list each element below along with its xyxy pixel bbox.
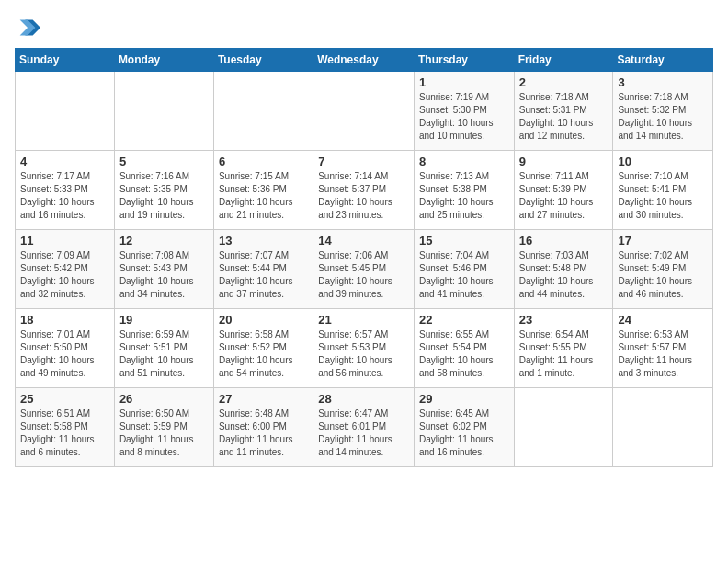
day-cell: 6Sunrise: 7:15 AM Sunset: 5:36 PM Daylig…	[213, 151, 313, 230]
day-info: Sunrise: 7:15 AM Sunset: 5:36 PM Dayligh…	[219, 170, 308, 222]
day-cell: 11Sunrise: 7:09 AM Sunset: 5:42 PM Dayli…	[16, 230, 115, 309]
day-number: 20	[219, 313, 308, 327]
day-number: 15	[419, 234, 509, 247]
day-number: 16	[519, 234, 609, 247]
header-saturday: Saturday	[613, 49, 713, 72]
day-cell: 10Sunrise: 7:10 AM Sunset: 5:41 PM Dayli…	[613, 151, 713, 230]
header-sunday: Sunday	[16, 49, 115, 72]
day-number: 12	[119, 234, 209, 247]
day-info: Sunrise: 7:19 AM Sunset: 5:30 PM Dayligh…	[419, 91, 509, 143]
day-cell	[16, 72, 115, 151]
week-row-3: 11Sunrise: 7:09 AM Sunset: 5:42 PM Dayli…	[16, 230, 713, 309]
day-number: 13	[219, 234, 308, 247]
calendar-header-row: SundayMondayTuesdayWednesdayThursdayFrid…	[16, 49, 713, 72]
day-info: Sunrise: 7:01 AM Sunset: 5:50 PM Dayligh…	[20, 328, 109, 380]
day-cell: 14Sunrise: 7:06 AM Sunset: 5:45 PM Dayli…	[313, 230, 415, 309]
day-cell: 24Sunrise: 6:53 AM Sunset: 5:57 PM Dayli…	[613, 309, 713, 388]
day-cell: 27Sunrise: 6:48 AM Sunset: 6:00 PM Dayli…	[213, 388, 313, 467]
day-number: 3	[618, 75, 708, 89]
day-info: Sunrise: 6:58 AM Sunset: 5:52 PM Dayligh…	[219, 328, 308, 380]
day-info: Sunrise: 7:04 AM Sunset: 5:46 PM Dayligh…	[419, 249, 509, 301]
day-number: 10	[618, 155, 708, 168]
day-cell: 28Sunrise: 6:47 AM Sunset: 6:01 PM Dayli…	[313, 388, 415, 467]
day-cell: 16Sunrise: 7:03 AM Sunset: 5:48 PM Dayli…	[514, 230, 613, 309]
day-info: Sunrise: 7:07 AM Sunset: 5:44 PM Dayligh…	[219, 249, 308, 301]
day-number: 14	[318, 234, 409, 247]
header-tuesday: Tuesday	[213, 49, 313, 72]
day-cell: 21Sunrise: 6:57 AM Sunset: 5:53 PM Dayli…	[313, 309, 415, 388]
week-row-1: 1Sunrise: 7:19 AM Sunset: 5:30 PM Daylig…	[16, 72, 713, 151]
day-cell: 26Sunrise: 6:50 AM Sunset: 5:59 PM Dayli…	[114, 388, 213, 467]
day-number: 23	[519, 313, 609, 327]
day-number: 22	[419, 313, 509, 327]
day-info: Sunrise: 7:18 AM Sunset: 5:31 PM Dayligh…	[519, 91, 609, 143]
day-number: 7	[318, 155, 409, 168]
day-info: Sunrise: 6:53 AM Sunset: 5:57 PM Dayligh…	[618, 328, 708, 380]
day-info: Sunrise: 6:47 AM Sunset: 6:01 PM Dayligh…	[318, 408, 409, 459]
day-cell: 8Sunrise: 7:13 AM Sunset: 5:38 PM Daylig…	[414, 151, 514, 230]
header-wednesday: Wednesday	[313, 49, 415, 72]
logo	[15, 15, 44, 40]
day-number: 26	[119, 392, 209, 406]
day-info: Sunrise: 7:06 AM Sunset: 5:45 PM Dayligh…	[318, 249, 409, 301]
header-thursday: Thursday	[414, 49, 514, 72]
week-row-4: 18Sunrise: 7:01 AM Sunset: 5:50 PM Dayli…	[16, 309, 713, 388]
week-row-2: 4Sunrise: 7:17 AM Sunset: 5:33 PM Daylig…	[16, 151, 713, 230]
day-info: Sunrise: 7:11 AM Sunset: 5:39 PM Dayligh…	[519, 170, 609, 222]
day-number: 29	[419, 392, 509, 406]
day-number: 9	[519, 155, 609, 168]
day-cell: 17Sunrise: 7:02 AM Sunset: 5:49 PM Dayli…	[613, 230, 713, 309]
day-cell: 3Sunrise: 7:18 AM Sunset: 5:32 PM Daylig…	[613, 72, 713, 151]
day-info: Sunrise: 7:16 AM Sunset: 5:35 PM Dayligh…	[119, 170, 209, 222]
day-cell: 12Sunrise: 7:08 AM Sunset: 5:43 PM Dayli…	[114, 230, 213, 309]
logo-icon	[15, 15, 40, 40]
day-cell: 20Sunrise: 6:58 AM Sunset: 5:52 PM Dayli…	[213, 309, 313, 388]
day-cell: 23Sunrise: 6:54 AM Sunset: 5:55 PM Dayli…	[514, 309, 613, 388]
calendar-table: SundayMondayTuesdayWednesdayThursdayFrid…	[15, 48, 713, 467]
day-number: 2	[519, 75, 609, 89]
day-cell: 13Sunrise: 7:07 AM Sunset: 5:44 PM Dayli…	[213, 230, 313, 309]
page-container: SundayMondayTuesdayWednesdayThursdayFrid…	[0, 0, 728, 475]
day-number: 18	[20, 313, 109, 327]
day-cell: 25Sunrise: 6:51 AM Sunset: 5:58 PM Dayli…	[16, 388, 115, 467]
day-info: Sunrise: 7:18 AM Sunset: 5:32 PM Dayligh…	[618, 91, 708, 143]
day-number: 6	[219, 155, 308, 168]
day-info: Sunrise: 6:45 AM Sunset: 6:02 PM Dayligh…	[419, 408, 509, 459]
day-info: Sunrise: 6:48 AM Sunset: 6:00 PM Dayligh…	[219, 408, 308, 459]
day-number: 11	[20, 234, 109, 247]
day-info: Sunrise: 7:03 AM Sunset: 5:48 PM Dayligh…	[519, 249, 609, 301]
day-cell: 4Sunrise: 7:17 AM Sunset: 5:33 PM Daylig…	[16, 151, 115, 230]
day-cell: 15Sunrise: 7:04 AM Sunset: 5:46 PM Dayli…	[414, 230, 514, 309]
day-info: Sunrise: 7:13 AM Sunset: 5:38 PM Dayligh…	[419, 170, 509, 222]
day-cell	[313, 72, 415, 151]
day-info: Sunrise: 7:09 AM Sunset: 5:42 PM Dayligh…	[20, 249, 109, 301]
day-cell: 22Sunrise: 6:55 AM Sunset: 5:54 PM Dayli…	[414, 309, 514, 388]
day-cell: 7Sunrise: 7:14 AM Sunset: 5:37 PM Daylig…	[313, 151, 415, 230]
day-cell	[213, 72, 313, 151]
day-cell: 18Sunrise: 7:01 AM Sunset: 5:50 PM Dayli…	[16, 309, 115, 388]
day-info: Sunrise: 7:08 AM Sunset: 5:43 PM Dayligh…	[119, 249, 209, 301]
day-info: Sunrise: 6:50 AM Sunset: 5:59 PM Dayligh…	[119, 408, 209, 459]
header-monday: Monday	[114, 49, 213, 72]
day-info: Sunrise: 6:55 AM Sunset: 5:54 PM Dayligh…	[419, 328, 509, 380]
day-info: Sunrise: 7:14 AM Sunset: 5:37 PM Dayligh…	[318, 170, 409, 222]
day-number: 24	[618, 313, 708, 327]
day-number: 28	[318, 392, 409, 406]
header-friday: Friday	[514, 49, 613, 72]
day-number: 21	[318, 313, 409, 327]
day-number: 27	[219, 392, 308, 406]
day-number: 5	[119, 155, 209, 168]
day-info: Sunrise: 6:57 AM Sunset: 5:53 PM Dayligh…	[318, 328, 409, 380]
day-info: Sunrise: 6:59 AM Sunset: 5:51 PM Dayligh…	[119, 328, 209, 380]
day-info: Sunrise: 7:10 AM Sunset: 5:41 PM Dayligh…	[618, 170, 708, 222]
header	[15, 15, 713, 40]
week-row-5: 25Sunrise: 6:51 AM Sunset: 5:58 PM Dayli…	[16, 388, 713, 467]
day-info: Sunrise: 7:17 AM Sunset: 5:33 PM Dayligh…	[20, 170, 109, 222]
day-cell: 1Sunrise: 7:19 AM Sunset: 5:30 PM Daylig…	[414, 72, 514, 151]
day-cell	[613, 388, 713, 467]
day-cell: 19Sunrise: 6:59 AM Sunset: 5:51 PM Dayli…	[114, 309, 213, 388]
day-number: 25	[20, 392, 109, 406]
day-cell: 2Sunrise: 7:18 AM Sunset: 5:31 PM Daylig…	[514, 72, 613, 151]
day-number: 17	[618, 234, 708, 247]
day-cell	[114, 72, 213, 151]
